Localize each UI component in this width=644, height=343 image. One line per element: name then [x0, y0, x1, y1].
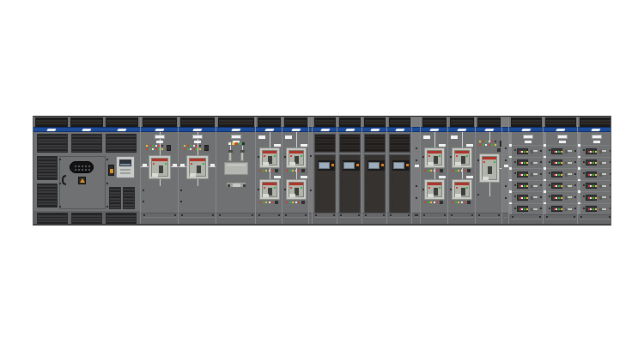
mcc-switch-handle[interactable]: [530, 172, 538, 176]
screw: [444, 214, 446, 216]
mcc-switch-handle[interactable]: [564, 196, 573, 199]
screw: [390, 214, 392, 216]
drawout-breaker[interactable]: [452, 179, 472, 200]
mcc-switch-handle[interactable]: [598, 149, 607, 153]
drawout-breaker[interactable]: [186, 155, 209, 179]
door-handle[interactable]: [62, 175, 66, 185]
mcc-switch-handle[interactable]: [564, 184, 573, 188]
mcc-switch-handle[interactable]: [598, 184, 607, 188]
mcc-switch-handle[interactable]: [530, 196, 538, 199]
wire-tag: [439, 144, 446, 147]
screw: [333, 214, 335, 216]
mcc-switch-handle[interactable]: [598, 208, 607, 211]
indicator-led-green: [239, 142, 241, 145]
breaker-led-green: [274, 187, 276, 189]
indicator-led-green: [558, 208, 560, 210]
drawout-breaker[interactable]: [452, 147, 472, 168]
mcc-switch-handle[interactable]: [564, 161, 573, 165]
control-button[interactable]: [275, 201, 278, 204]
control-button[interactable]: [440, 169, 443, 172]
indicator-led-red: [158, 145, 160, 147]
mcc-switch-handle[interactable]: [598, 196, 607, 199]
control-button[interactable]: [204, 145, 209, 151]
breaker-handle: [488, 166, 492, 174]
indicator-led-white: [590, 174, 592, 176]
switch-actuator: [110, 169, 113, 173]
indicator-led-green: [592, 174, 594, 176]
screw: [539, 216, 541, 218]
indicator-led-red: [554, 151, 556, 153]
section-cable-riser-3: [501, 117, 508, 226]
grille-dot: [82, 169, 83, 171]
drawout-breaker[interactable]: [259, 147, 280, 168]
control-button[interactable]: [167, 145, 171, 151]
hmi-screen[interactable]: [368, 162, 380, 169]
indicator-led-red: [452, 170, 453, 172]
hmi-screen[interactable]: [393, 162, 404, 169]
control-button[interactable]: [301, 201, 305, 204]
control-button[interactable]: [467, 201, 471, 204]
indicator-led-red: [519, 174, 521, 176]
mcc-switch-handle[interactable]: [530, 208, 538, 211]
indicator-led-white: [521, 185, 523, 187]
handle-notch: [565, 208, 568, 212]
section-tie-breaker-panel: [475, 117, 501, 226]
hmi-screen[interactable]: [343, 162, 355, 169]
indicator-led-yellow: [526, 185, 528, 187]
handle-notch: [565, 185, 568, 189]
drawout-breaker[interactable]: [286, 147, 307, 168]
indicator-led-green: [558, 174, 560, 176]
screw: [583, 196, 585, 197]
control-button[interactable]: [301, 169, 305, 172]
screw: [583, 184, 585, 186]
drawout-breaker[interactable]: [149, 155, 171, 179]
mcc-switch-handle[interactable]: [564, 149, 573, 153]
mcc-switch-handle[interactable]: [530, 161, 538, 165]
metering-box: [224, 162, 248, 175]
drawout-breaker[interactable]: [424, 179, 445, 200]
bucket-seam: [580, 180, 611, 181]
indicator-led-white: [521, 197, 523, 199]
bucket-seam: [512, 180, 544, 181]
breaker-led-red: [428, 155, 430, 157]
screw: [180, 201, 182, 202]
control-button[interactable]: [467, 169, 471, 172]
drawout-breaker[interactable]: [479, 153, 500, 183]
drawout-breaker[interactable]: [286, 179, 307, 200]
mcc-switch-handle[interactable]: [598, 172, 607, 176]
screw: [367, 202, 368, 204]
mcc-switch-handle[interactable]: [598, 161, 607, 165]
mcc-indicator-block: [586, 195, 597, 201]
indicator-led-yellow: [561, 208, 562, 210]
breaker-handle: [268, 156, 272, 164]
drawout-breaker[interactable]: [259, 179, 280, 200]
mcc-switch-handle[interactable]: [564, 208, 573, 211]
screw: [258, 189, 259, 190]
bucket-seam: [512, 203, 544, 204]
wire-tag: [415, 165, 419, 167]
mcc-switch-handle[interactable]: [530, 184, 538, 188]
aux-switch[interactable]: [108, 165, 114, 176]
mimic-line: [462, 168, 463, 179]
mcc-switch-handle[interactable]: [564, 172, 573, 176]
indicator-led-red: [424, 202, 426, 203]
vent-door: [364, 134, 386, 153]
indicator-led-red: [588, 151, 590, 153]
mcc-switch-handle[interactable]: [530, 149, 538, 153]
bucket-seam: [580, 203, 611, 204]
hmi-screen[interactable]: [319, 162, 330, 169]
screw: [583, 172, 585, 174]
brand-logo-icon: [117, 129, 126, 131]
control-button[interactable]: [497, 148, 501, 152]
breaker-led-green: [274, 155, 276, 157]
control-button[interactable]: [440, 201, 443, 204]
panel-sublabel: [559, 141, 566, 143]
handle-notch: [531, 150, 533, 153]
louver-vent: [106, 134, 137, 153]
control-button[interactable]: [275, 169, 278, 172]
wire-tag: [274, 176, 281, 178]
indicator-led-white: [590, 185, 592, 187]
indicator-led-red: [298, 202, 300, 203]
screw: [416, 197, 417, 199]
drawout-breaker[interactable]: [424, 147, 445, 168]
